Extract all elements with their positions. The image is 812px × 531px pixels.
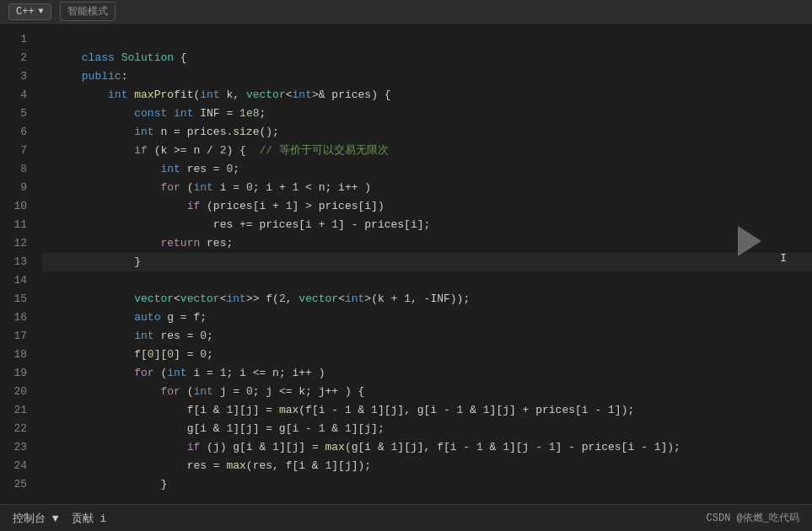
top-bar: C++ ▼ 智能模式 <box>0 0 812 24</box>
code-line: if (j) g[i & 1][j] = max(g[i & 1][j], f[… <box>42 420 812 438</box>
code-line: if (prices[i + 1] > prices[i]) <box>42 179 812 197</box>
editor-container: 1 2 3 4 5 6 7 8 9 10 11 12 13 14 15 16 1… <box>0 24 812 504</box>
contribute-button[interactable]: 贡献 i <box>72 511 107 526</box>
code-area[interactable]: class Solution { public: int maxProfit(i… <box>34 24 812 504</box>
bottom-left: 控制台 ▼ 贡献 i <box>13 511 106 526</box>
code-line: return res; <box>42 216 812 234</box>
language-selector[interactable]: C++ ▼ <box>8 3 51 20</box>
code-line: const int INF = 1e8; <box>42 86 812 105</box>
code-line: for (int j = 0; j <= k; j++ ) { <box>42 364 812 383</box>
code-line current-line <box>42 253 812 271</box>
code-line: int res = 0; <box>42 142 812 160</box>
run-button[interactable] <box>738 226 761 256</box>
code-line: public: <box>42 49 812 67</box>
code-line: if (k >= n / 2) { // 等价于可以交易无限次 <box>42 123 812 142</box>
code-line: f[0][0] = 0; <box>42 327 812 346</box>
code-line: vector<vector<int>> f(2, vector<int>(k +… <box>42 271 812 290</box>
bottom-bar: 控制台 ▼ 贡献 i CSDN @依燃_吃代码 <box>0 504 812 531</box>
console-button[interactable]: 控制台 ▼ <box>13 511 59 526</box>
code-line: f[i & 1][j] = max(f[i - 1 & 1][j], g[i -… <box>42 383 812 401</box>
code-line: g[i & 1][j] = g[i - 1 & 1][j]; <box>42 401 812 420</box>
author-credit: CSDN @依燃_吃代码 <box>707 511 799 525</box>
code-line: int n = prices.size(); <box>42 105 812 123</box>
line-numbers: 1 2 3 4 5 6 7 8 9 10 11 12 13 14 15 16 1… <box>0 24 34 504</box>
cursor-indicator: I <box>780 251 787 264</box>
code-line: int res = 0; <box>42 308 812 327</box>
code-line: class Solution { <box>42 30 812 49</box>
code-line: } <box>42 457 812 475</box>
code-line: res = max(res, f[i & 1][j]); <box>42 438 812 457</box>
code-line: auto g = f; <box>42 290 812 308</box>
code-line: int maxProfit(int k, vector<int>& prices… <box>42 67 812 86</box>
language-arrow-icon: ▼ <box>39 7 44 16</box>
language-label: C++ <box>16 6 35 18</box>
code-line: } <box>42 234 812 253</box>
smart-mode-badge: 智能模式 <box>60 2 116 21</box>
code-line: for (int i = 1; i <= n; i++ ) <box>42 346 812 364</box>
code-line <box>42 475 812 494</box>
code-line: for (int i = 0; i + 1 < n; i++ ) <box>42 160 812 179</box>
code-line: res += prices[i + 1] - prices[i]; <box>42 197 812 216</box>
